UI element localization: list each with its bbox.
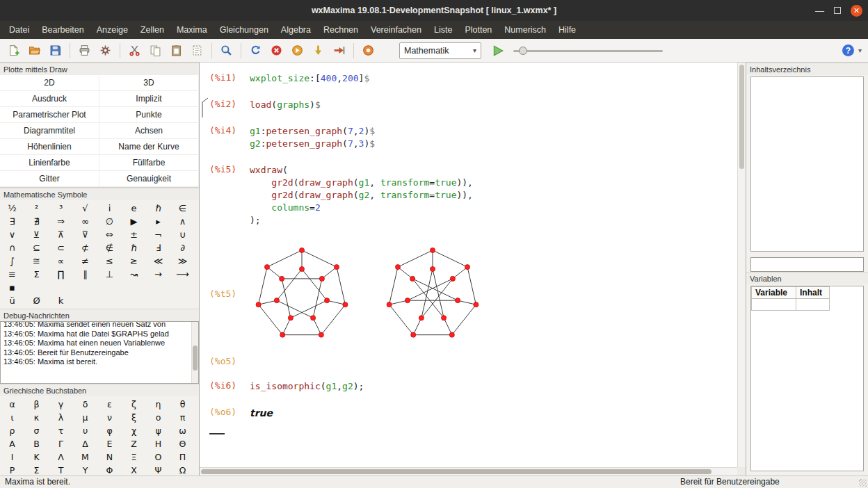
math-symbol-button[interactable]: ∫ xyxy=(0,254,24,268)
math-symbol-button[interactable]: ▸ xyxy=(146,215,170,228)
cell-code[interactable]: load(graphs)$ xyxy=(250,99,746,111)
cut-button[interactable] xyxy=(125,41,144,60)
menu-algebra[interactable]: Algebra xyxy=(275,22,317,38)
menu-gleichungen[interactable]: Gleichungen xyxy=(214,22,275,38)
menu-anzeige[interactable]: Anzeige xyxy=(90,22,134,38)
greek-letter-button[interactable]: φ xyxy=(97,424,122,437)
cell-style-select[interactable]: Mathematik ▾ xyxy=(399,42,481,59)
math-symbol-button[interactable]: ∏ xyxy=(49,268,73,281)
math-symbol-button[interactable]: e xyxy=(122,202,146,215)
greek-letter-button[interactable]: Ω xyxy=(170,464,195,475)
greek-letter-button[interactable]: η xyxy=(146,398,170,411)
menu-plotten[interactable]: Plotten xyxy=(458,22,498,38)
math-symbol-button[interactable]: ² xyxy=(24,202,49,215)
math-symbol-button[interactable]: ⟶ xyxy=(170,268,195,281)
math-symbol-button[interactable]: ⊂ xyxy=(49,241,73,254)
math-symbol-button[interactable]: ≫ xyxy=(170,254,195,268)
greek-letter-button[interactable]: π xyxy=(170,411,195,424)
greek-letter-button[interactable]: ω xyxy=(170,424,195,437)
close-button[interactable]: ✕ xyxy=(851,5,862,17)
greek-letter-button[interactable]: Κ xyxy=(24,450,49,464)
math-symbol-button[interactable]: ⊻ xyxy=(24,228,49,241)
greek-letter-button[interactable]: θ xyxy=(170,398,195,411)
greek-letter-button[interactable]: Β xyxy=(24,437,49,450)
minimize-button[interactable]: — xyxy=(815,6,824,16)
greek-letter-button[interactable]: ζ xyxy=(122,398,146,411)
copy-button[interactable] xyxy=(146,41,165,60)
draw-button-3d[interactable]: 3D xyxy=(99,75,199,91)
greek-letter-button[interactable]: λ xyxy=(49,411,73,424)
worksheet-vscroll-thumb[interactable] xyxy=(739,65,744,169)
new-button[interactable] xyxy=(4,41,23,60)
greek-letter-button[interactable]: μ xyxy=(73,411,97,424)
debug-scrollbar[interactable] xyxy=(191,322,198,383)
greek-letter-button[interactable]: Μ xyxy=(73,450,97,464)
variable-value-cell[interactable] xyxy=(796,299,830,311)
cell-code[interactable]: is_isomorphic(g1,g2); xyxy=(250,380,746,393)
math-symbol-button[interactable]: ≠ xyxy=(73,254,97,268)
greek-letter-button[interactable]: Ε xyxy=(97,437,122,450)
math-symbol-button[interactable]: ∧ xyxy=(170,215,195,228)
math-symbol-button[interactable]: ∨ xyxy=(0,228,24,241)
greek-letter-button[interactable]: ο xyxy=(146,411,170,424)
cell-code[interactable]: g1:petersen_graph(7,2)$g2:petersen_graph… xyxy=(250,125,746,150)
print-button[interactable] xyxy=(75,41,94,60)
draw-button-genauigkeit[interactable]: Genauigkeit xyxy=(99,171,199,187)
math-symbol-button[interactable]: ⇔ xyxy=(97,228,122,241)
greek-letter-button[interactable]: κ xyxy=(24,411,49,424)
greek-letter-button[interactable]: Τ xyxy=(49,464,73,475)
draw-button-parametrischer-plot[interactable]: Parametrischer Plot xyxy=(0,107,99,123)
resize-grip[interactable] xyxy=(859,479,867,487)
greek-letter-button[interactable]: τ xyxy=(49,424,73,437)
greek-letter-button[interactable]: Α xyxy=(0,437,24,450)
configure-button[interactable] xyxy=(96,41,115,60)
math-symbol-button[interactable]: ⊄ xyxy=(73,241,97,254)
math-symbol-button[interactable]: ∈ xyxy=(170,202,195,215)
math-symbol-button[interactable]: ≅ xyxy=(24,254,49,268)
cell-code[interactable]: wxdraw( gr2d(draw_graph(g1, transform=tr… xyxy=(250,164,746,227)
math-symbol-button[interactable]: k xyxy=(49,294,73,307)
greek-letter-button[interactable]: Σ xyxy=(24,464,49,475)
cell-bracket[interactable] xyxy=(201,97,209,118)
animation-slider[interactable] xyxy=(513,43,663,58)
greek-letter-button[interactable]: Δ xyxy=(73,437,97,450)
math-symbol-button[interactable]: ⊽ xyxy=(73,228,97,241)
draw-button-achsen[interactable]: Achsen xyxy=(99,123,199,139)
greek-letter-button[interactable]: ξ xyxy=(122,411,146,424)
menu-rechnen[interactable]: Rechnen xyxy=(317,22,364,38)
menu-datei[interactable]: Datei xyxy=(3,22,35,38)
evaluate-cell-button[interactable] xyxy=(288,41,307,60)
math-symbol-button[interactable]: ∅ xyxy=(97,215,122,228)
menu-bearbeiten[interactable]: Bearbeiten xyxy=(35,22,90,38)
math-symbol-button[interactable]: ⇒ xyxy=(49,215,73,228)
greek-letter-button[interactable]: Ψ xyxy=(146,464,170,475)
draw-button-punkte[interactable]: Punkte xyxy=(99,107,199,123)
math-symbol-button[interactable]: Ø xyxy=(24,294,49,307)
greek-letter-button[interactable]: ι xyxy=(0,411,24,424)
interrupt-button[interactable] xyxy=(267,41,286,60)
math-symbol-button[interactable]: ∞ xyxy=(73,215,97,228)
greek-letter-button[interactable]: Ν xyxy=(97,450,122,464)
draw-button-diagrammtitel[interactable]: Diagrammtitel xyxy=(0,123,99,139)
math-symbol-button[interactable]: ▶ xyxy=(122,215,146,228)
open-button[interactable] xyxy=(25,41,44,60)
follow-button[interactable] xyxy=(330,41,348,60)
math-symbol-button[interactable]: ∄ xyxy=(24,215,49,228)
greek-letter-button[interactable]: Ι xyxy=(0,450,24,464)
menu-zellen[interactable]: Zellen xyxy=(134,22,170,38)
help-button[interactable]: ? xyxy=(842,44,854,56)
math-symbol-button[interactable]: ± xyxy=(122,228,146,241)
math-symbol-button[interactable]: ∩ xyxy=(0,241,24,254)
math-symbol-button[interactable]: ≤ xyxy=(97,254,122,268)
math-symbol-button[interactable]: ü xyxy=(0,294,24,307)
greek-letter-button[interactable]: ε xyxy=(97,398,122,411)
draw-button-f-llfarbe[interactable]: Füllfarbe xyxy=(99,155,199,171)
toolbar-overflow-button[interactable]: ▾ xyxy=(856,47,864,54)
math-symbol-button[interactable]: ≪ xyxy=(146,254,170,268)
math-symbol-button[interactable]: ∝ xyxy=(49,254,73,268)
math-symbol-button[interactable]: ¬ xyxy=(146,228,170,241)
animation-slider-thumb[interactable] xyxy=(519,47,527,55)
worksheet-cursor[interactable] xyxy=(209,433,225,434)
math-symbol-button[interactable]: Ⅎ xyxy=(146,241,170,254)
math-symbol-button[interactable]: ≥ xyxy=(122,254,146,268)
